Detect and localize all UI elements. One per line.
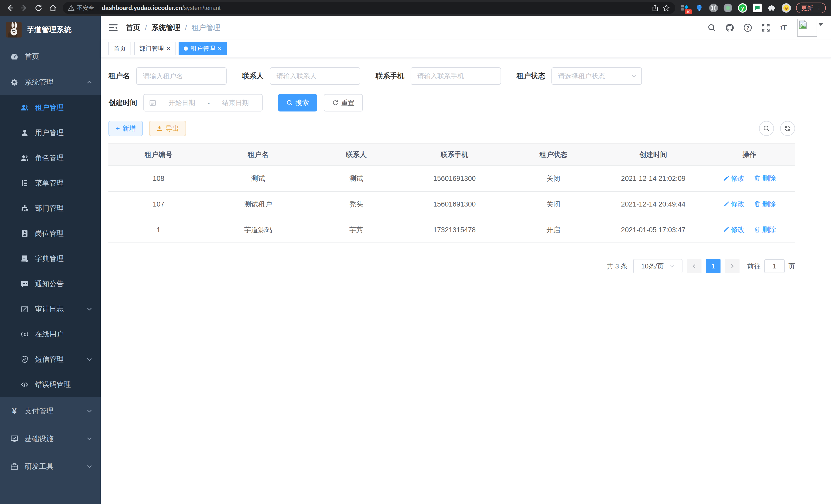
extensions-puzzle-icon[interactable] bbox=[767, 4, 776, 12]
page-size-select[interactable]: 10条/页 bbox=[633, 259, 683, 273]
sidebar-item-notice[interactable]: 通知公告 bbox=[0, 271, 101, 296]
sidebar-item-audit-log[interactable]: 审计日志 bbox=[0, 296, 101, 322]
id-badge-icon bbox=[21, 229, 29, 238]
search-icon bbox=[763, 125, 770, 132]
search-button[interactable]: 搜索 bbox=[278, 94, 317, 112]
edit-link[interactable]: 修改 bbox=[723, 174, 745, 183]
edit-link[interactable]: 修改 bbox=[723, 225, 745, 234]
delete-link[interactable]: 删除 bbox=[754, 199, 776, 209]
export-button[interactable]: 导出 bbox=[149, 121, 186, 136]
reset-button[interactable]: 重置 bbox=[324, 94, 363, 112]
sidebar-item-label: 通知公告 bbox=[35, 279, 64, 289]
page-number-button[interactable]: 1 bbox=[706, 259, 720, 273]
trash-icon bbox=[754, 226, 761, 233]
breadcrumb-home[interactable]: 首页 bbox=[126, 23, 140, 33]
show-search-toggle-button[interactable] bbox=[759, 121, 774, 136]
contact-input[interactable] bbox=[270, 67, 360, 85]
sidebar-item-infrastructure[interactable]: 基础设施 bbox=[0, 425, 101, 453]
address-bar[interactable]: 不安全 dashboard.yudao.iocoder.cn/system/te… bbox=[63, 2, 675, 14]
tab-dept[interactable]: 部门管理 × bbox=[134, 42, 175, 55]
prev-page-button[interactable] bbox=[687, 259, 701, 273]
cell-status: 关闭 bbox=[504, 166, 603, 191]
mobile-input[interactable] bbox=[411, 67, 501, 85]
app-logo-row[interactable]: 芋道管理系统 bbox=[0, 16, 101, 44]
column-header: 联系人 bbox=[308, 144, 405, 166]
fullscreen-icon[interactable] bbox=[761, 23, 770, 32]
reload-icon[interactable] bbox=[34, 3, 43, 12]
close-icon[interactable]: × bbox=[218, 45, 222, 52]
tab-tenant[interactable]: 租户管理 × bbox=[179, 42, 227, 55]
edit-label: 修改 bbox=[731, 199, 745, 209]
sidebar-item-dept[interactable]: 部门管理 bbox=[0, 196, 101, 221]
sidebar-item-error-code[interactable]: 错误码管理 bbox=[0, 372, 101, 397]
status-select[interactable] bbox=[551, 67, 642, 85]
extension-chat-icon[interactable] bbox=[753, 4, 762, 12]
header-search-icon[interactable] bbox=[707, 23, 716, 32]
edit-link[interactable]: 修改 bbox=[723, 199, 745, 209]
status-label: 租户状态 bbox=[516, 71, 545, 81]
github-icon[interactable] bbox=[725, 23, 735, 32]
search-label: 搜索 bbox=[295, 98, 309, 108]
edit-icon bbox=[723, 226, 729, 233]
font-size-icon[interactable]: tT bbox=[779, 23, 789, 32]
edit-label: 修改 bbox=[731, 174, 745, 183]
sidebar-item-role[interactable]: 角色管理 bbox=[0, 145, 101, 171]
sidebar-item-sms[interactable]: 短信管理 bbox=[0, 347, 101, 372]
cell-mobile: 15601691300 bbox=[405, 191, 504, 217]
svg-text:?: ? bbox=[746, 25, 749, 31]
bookmark-star-icon[interactable] bbox=[662, 4, 670, 12]
avatar[interactable] bbox=[797, 19, 817, 37]
sidebar-item-tenant[interactable]: 租户管理 bbox=[0, 95, 101, 120]
browser-update-button[interactable]: 更新 ⋮ bbox=[796, 3, 826, 13]
reset-label: 重置 bbox=[341, 98, 354, 108]
pagination-total: 共 3 条 bbox=[607, 262, 628, 271]
sidebar: 芋道管理系统 首页 系统管理 租户管理 用户管理 bbox=[0, 16, 101, 504]
sidebar-item-payment[interactable]: ¥ 支付管理 bbox=[0, 397, 101, 425]
sidebar-item-dict[interactable]: 字典管理 bbox=[0, 246, 101, 271]
divider bbox=[98, 5, 98, 11]
extension-y-logo-icon[interactable]: y bbox=[738, 3, 747, 12]
forward-icon[interactable] bbox=[20, 3, 29, 12]
pagination: 共 3 条 10条/页 1 前往 页 bbox=[109, 259, 795, 273]
sidebar-item-home[interactable]: 首页 bbox=[0, 44, 101, 69]
extension-command-icon[interactable] bbox=[709, 4, 718, 12]
extension-balloon-icon[interactable] bbox=[695, 4, 704, 12]
page-content: 租户名 联系人 联系手机 租户状态 bbox=[101, 58, 831, 504]
breadcrumb-system[interactable]: 系统管理 bbox=[152, 23, 180, 33]
user-menu[interactable] bbox=[797, 19, 823, 37]
sidebar-item-label: 字典管理 bbox=[35, 254, 64, 264]
browser-menu-icon[interactable]: ⋮ bbox=[816, 5, 822, 11]
extension-emoji-icon[interactable] bbox=[782, 3, 791, 12]
sidebar-item-menu[interactable]: 菜单管理 bbox=[0, 171, 101, 196]
delete-link[interactable]: 删除 bbox=[754, 174, 776, 183]
back-icon[interactable] bbox=[5, 3, 15, 12]
sidebar-item-system[interactable]: 系统管理 bbox=[0, 69, 101, 95]
site-security[interactable]: 不安全 bbox=[68, 4, 94, 12]
sidebar-item-user[interactable]: 用户管理 bbox=[0, 120, 101, 145]
home-icon[interactable] bbox=[48, 3, 58, 12]
sidebar-item-post[interactable]: 岗位管理 bbox=[0, 221, 101, 246]
dev-tools-icon bbox=[10, 463, 19, 471]
create-time-range-picker[interactable]: 开始日期 - 结束日期 bbox=[143, 94, 263, 112]
next-page-button[interactable] bbox=[725, 259, 740, 273]
sidebar-item-dev-tools[interactable]: 研发工具 bbox=[0, 453, 101, 480]
column-header: 创建时间 bbox=[603, 144, 704, 166]
delete-link[interactable]: 删除 bbox=[754, 225, 776, 234]
help-icon[interactable]: ? bbox=[743, 23, 752, 32]
extension-kite-icon[interactable]: 10 bbox=[681, 4, 689, 12]
extension-dot-icon[interactable] bbox=[724, 4, 732, 12]
tab-home[interactable]: 首页 bbox=[109, 42, 131, 55]
tenant-name-input[interactable] bbox=[136, 67, 227, 85]
sidebar-item-online-user[interactable]: 在线用户 bbox=[0, 322, 101, 347]
share-icon[interactable] bbox=[652, 4, 659, 12]
tab-label: 租户管理 bbox=[191, 45, 215, 53]
goto-page-input[interactable] bbox=[764, 259, 785, 273]
column-header: 租户名 bbox=[209, 144, 308, 166]
close-icon[interactable]: × bbox=[167, 45, 170, 52]
sidebar-item-label: 支付管理 bbox=[25, 406, 53, 416]
sidebar-toggle-icon[interactable] bbox=[109, 23, 118, 33]
sidebar-item-label: 系统管理 bbox=[25, 77, 53, 87]
add-button[interactable]: + 新增 bbox=[109, 121, 143, 136]
roles-users-icon bbox=[21, 154, 29, 162]
refresh-table-button[interactable] bbox=[780, 121, 795, 136]
